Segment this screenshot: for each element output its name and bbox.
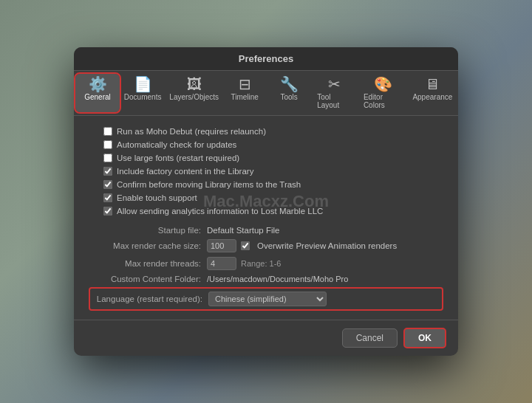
toolbar-label-documents: Documents	[124, 93, 162, 101]
toolbar-item-tool-layout[interactable]: ✂ Tool Layout	[311, 74, 358, 112]
toolbar-item-appearance[interactable]: 🖥 Appearance	[409, 74, 457, 112]
checkbox-analytics: Allow sending analytics information to L…	[103, 204, 443, 218]
startup-value: Default Startup File	[207, 226, 279, 235]
checkbox-touch-support-label: Enable touch support	[117, 193, 197, 202]
render-threads-label: Max render threads:	[89, 259, 207, 268]
toolbar-label-timeline: Timeline	[231, 93, 258, 101]
language-select[interactable]: Chinese (simplified) English Japanese Ko…	[208, 292, 327, 306]
custom-folder-row: Custom Content Folder: /Users/macdown/Do…	[89, 272, 443, 286]
render-threads-range: Range: 1-6	[241, 259, 281, 268]
checkbox-large-fonts: Use large fonts (restart required)	[103, 151, 443, 165]
overwrite-preview-checkbox[interactable]	[241, 241, 250, 250]
render-cache-controls: Overwrite Preview Animation renders	[207, 239, 397, 252]
cancel-button[interactable]: Cancel	[342, 328, 398, 348]
editor-colors-icon: 🎨	[374, 77, 392, 92]
checkbox-large-fonts-input[interactable]	[103, 154, 112, 162]
checkbox-large-fonts-label: Use large fonts (restart required)	[117, 154, 239, 162]
overwrite-preview-label: Overwrite Preview Animation renders	[257, 241, 397, 250]
toolbar-item-layers[interactable]: 🖼 Layers/Objects	[166, 74, 222, 112]
checkbox-factory-content-input[interactable]	[103, 167, 112, 176]
ok-button[interactable]: OK	[403, 328, 446, 348]
startup-label: Startup file:	[89, 226, 207, 235]
checkbox-factory-content-label: Include factory content in the Library	[117, 167, 253, 176]
language-label: Language (restart required):	[96, 294, 208, 303]
checkbox-confirm-trash-input[interactable]	[103, 180, 112, 189]
toolbar-label-tools: Tools	[280, 93, 297, 101]
render-threads-row: Max render threads: Range: 1-6	[89, 255, 443, 272]
render-cache-input[interactable]	[207, 239, 236, 252]
dialog-title: Preferences	[74, 47, 458, 71]
language-row: Language (restart required): Chinese (si…	[89, 287, 443, 311]
render-cache-label: Max render cache size:	[89, 241, 207, 250]
checkbox-touch-support: Enable touch support	[103, 191, 443, 204]
checkbox-touch-support-input[interactable]	[103, 193, 112, 202]
render-cache-row: Max render cache size: Overwrite Preview…	[89, 237, 443, 255]
layers-icon: 🖼	[187, 77, 202, 92]
toolbar-item-editor-colors[interactable]: 🎨 Editor Colors	[358, 74, 409, 112]
dialog-footer: Cancel OK	[74, 320, 458, 356]
checkbox-confirm-trash: Confirm before moving Library items to t…	[103, 178, 443, 191]
checkbox-debut-label: Run as Moho Debut (requires relaunch)	[117, 127, 266, 136]
checkbox-analytics-label: Allow sending analytics information to L…	[117, 207, 323, 216]
checkbox-analytics-check-input[interactable]	[103, 140, 112, 149]
toolbar-item-timeline[interactable]: ⊟ Timeline	[222, 74, 267, 112]
toolbar-label-tool-layout: Tool Layout	[317, 93, 352, 109]
toolbar: ⚙️ General 📄 Documents 🖼 Layers/Objects …	[74, 71, 458, 116]
toolbar-label-layers: Layers/Objects	[169, 93, 219, 101]
content-area: Run as Moho Debut (requires relaunch) Au…	[74, 116, 458, 320]
documents-icon: 📄	[134, 77, 152, 92]
toolbar-label-general: General	[84, 93, 111, 101]
checkbox-factory-content: Include factory content in the Library	[103, 165, 443, 178]
checkbox-analytics-check-label: Automatically check for updates	[117, 140, 236, 149]
checkbox-analytics-input[interactable]	[103, 207, 112, 216]
checkbox-debut-input[interactable]	[103, 127, 112, 136]
timeline-icon: ⊟	[239, 77, 251, 92]
form-section: Startup file: Default Startup File Max r…	[89, 224, 443, 286]
toolbar-label-appearance: Appearance	[412, 93, 452, 101]
checkbox-debut: Run as Moho Debut (requires relaunch)	[103, 125, 443, 138]
general-icon: ⚙️	[89, 77, 107, 92]
preferences-dialog: Preferences ⚙️ General 📄 Documents 🖼 Lay…	[74, 47, 458, 356]
render-threads-controls: Range: 1-6	[207, 257, 281, 270]
custom-folder-value: /Users/macdown/Documents/Moho Pro	[207, 275, 348, 283]
toolbar-item-general[interactable]: ⚙️ General	[75, 74, 120, 112]
render-threads-input[interactable]	[207, 257, 236, 270]
toolbar-item-tools[interactable]: 🔧 Tools	[267, 74, 311, 112]
tool-layout-icon: ✂	[328, 77, 341, 92]
checkbox-confirm-trash-label: Confirm before moving Library items to t…	[117, 180, 301, 189]
custom-folder-label: Custom Content Folder:	[89, 275, 207, 283]
appearance-icon: 🖥	[425, 77, 440, 92]
startup-row: Startup file: Default Startup File	[89, 224, 443, 237]
checkbox-analytics-check: Automatically check for updates	[103, 138, 443, 151]
toolbar-item-documents[interactable]: 📄 Documents	[120, 74, 166, 112]
tools-icon: 🔧	[280, 77, 299, 92]
toolbar-label-editor-colors: Editor Colors	[364, 93, 403, 109]
